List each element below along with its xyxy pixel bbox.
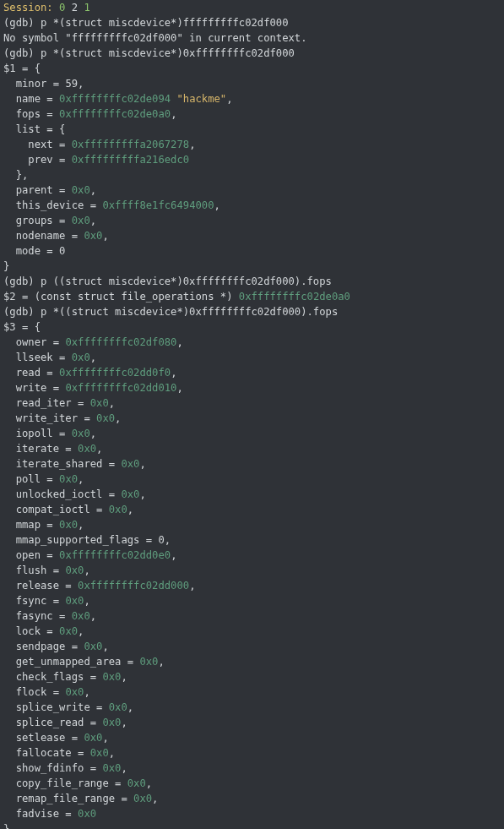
- output-value: 0x0: [84, 230, 102, 242]
- output-text: $3 = {: [3, 321, 41, 333]
- output-line: (gdb) p *(struct miscdevice*)fffffffffc0…: [3, 15, 501, 30]
- output-line: parent = 0x0,: [3, 183, 501, 198]
- output-tail: ,: [90, 215, 96, 226]
- output-value: 59: [65, 78, 78, 90]
- output-key: unlocked_ioctl =: [3, 488, 121, 500]
- output-line: fops = 0xffffffffc02de0a0,: [3, 106, 501, 122]
- output-key: fops =: [3, 108, 59, 120]
- output-line: check_flags = 0x0,: [3, 669, 501, 684]
- output-tail: ,: [109, 397, 115, 409]
- output-key: mode =: [3, 245, 59, 257]
- output-line: remap_file_range = 0x0,: [3, 791, 501, 806]
- output-text: $2 = (const struct file_operations *): [3, 291, 239, 303]
- output-address: 0xffffffffc02de094: [59, 93, 171, 105]
- output-tail: ,: [90, 610, 96, 622]
- session-label: Session:: [3, 2, 53, 14]
- output-value: 0x0: [133, 793, 152, 804]
- output-value: 0x0: [72, 352, 90, 363]
- output-key: sendpage =: [3, 641, 84, 652]
- output-tail: ,: [146, 777, 152, 789]
- output-line: }: [3, 821, 501, 829]
- output-tail: ,: [176, 382, 182, 394]
- output-line: nodename = 0x0,: [3, 228, 501, 243]
- output-key: check_flags =: [3, 671, 102, 683]
- output-value: 0xffffffffc02dd010: [65, 382, 176, 394]
- output-tail: ,: [176, 336, 182, 348]
- output-value: 0xffff8e1fc6494000: [102, 199, 214, 211]
- output-line: flock = 0x0,: [3, 684, 501, 700]
- output-value: 0x0: [102, 717, 121, 728]
- output-tail: ,: [90, 428, 96, 439]
- output-value: 0x0: [59, 519, 78, 531]
- output-key: minor =: [3, 78, 65, 90]
- output-line: sendpage = 0x0,: [3, 639, 501, 654]
- output-line: mmap_supported_flags = 0,: [3, 532, 501, 548]
- output-tail: ,: [127, 504, 133, 515]
- output-line: $2 = (const struct file_operations *) 0x…: [3, 289, 501, 304]
- output-line: }: [3, 259, 501, 274]
- output-line: copy_file_range = 0x0,: [3, 776, 501, 791]
- output-line: prev = 0xfffffffffa216edc0: [3, 152, 501, 167]
- output-tail: ,: [127, 701, 133, 713]
- output-value: 0x0: [65, 564, 84, 576]
- output-line: fadvise = 0x0: [3, 806, 501, 821]
- output-tail: ,: [139, 458, 145, 470]
- output-key: iterate_shared =: [3, 458, 121, 470]
- output-line: splice_read = 0x0,: [3, 715, 501, 730]
- output-tail: ,: [139, 488, 145, 500]
- output-text: (gdb) p ((struct miscdevice*)0xffffffffc…: [3, 275, 332, 287]
- output-line: (gdb) p ((struct miscdevice*)0xffffffffc…: [3, 274, 501, 289]
- output-value: 0x0: [59, 473, 78, 485]
- output-line: open = 0xffffffffc02dd0e0,: [3, 548, 501, 563]
- output-value: 0x0: [65, 686, 84, 698]
- output-value: 0xffffffffc02dd000: [78, 580, 189, 592]
- output-key: next =: [3, 139, 72, 150]
- output-line: read = 0xffffffffc02dd0f0,: [3, 365, 501, 380]
- output-lines: (gdb) p *(struct miscdevice*)fffffffffc0…: [3, 15, 501, 829]
- output-value: 0x0: [78, 443, 96, 455]
- output-key: prev =: [3, 154, 72, 166]
- output-text: No symbol "fffffffffc02df000" in current…: [3, 32, 307, 44]
- output-value: 0x0: [72, 610, 90, 622]
- output-text: list = {: [3, 123, 65, 135]
- output-line: this_device = 0xffff8e1fc6494000,: [3, 198, 501, 213]
- output-key: get_unmapped_area =: [3, 656, 139, 668]
- output-string: "hackme": [176, 93, 226, 105]
- output-tail: ,: [171, 549, 176, 561]
- output-line: list = {: [3, 122, 501, 137]
- output-line: flush = 0x0,: [3, 563, 501, 578]
- output-value: 0x0: [121, 458, 139, 470]
- output-key: mmap_supported_flags =: [3, 534, 158, 546]
- output-value: 0x0: [121, 488, 139, 500]
- output-tail: ,: [171, 367, 176, 379]
- output-tail: ,: [121, 717, 127, 728]
- output-key: remap_file_range =: [3, 793, 133, 804]
- output-line: fallocate = 0x0,: [3, 745, 501, 761]
- output-line: mmap = 0x0,: [3, 517, 501, 532]
- output-value: 0xffffffffc02dd0f0: [59, 367, 171, 379]
- output-tail: ,: [102, 732, 108, 744]
- output-key: flush =: [3, 564, 65, 576]
- output-key: groups =: [3, 215, 72, 226]
- output-text: (gdb) p *(struct miscdevice*)fffffffffc0…: [3, 17, 289, 29]
- terminal-output[interactable]: Session: 0 2 1(gdb) p *(struct miscdevic…: [0, 0, 504, 829]
- session-val-1: 2: [72, 2, 78, 14]
- output-text: $1 = {: [3, 63, 41, 74]
- output-key: name =: [3, 93, 59, 105]
- output-line: write = 0xffffffffc02dd010,: [3, 380, 501, 395]
- output-key: iopoll =: [3, 428, 72, 439]
- output-key: llseek =: [3, 352, 72, 363]
- output-text: (gdb) p *(struct miscdevice*)0xffffffffc…: [3, 47, 295, 59]
- output-key: fasync =: [3, 610, 72, 622]
- output-value: 0xffffffffc02de0a0: [59, 108, 171, 120]
- output-value: 0x0: [139, 656, 158, 668]
- output-line: setlease = 0x0,: [3, 730, 501, 745]
- output-tail: ,: [165, 534, 171, 546]
- output-key: fadvise =: [3, 808, 78, 820]
- output-value: 0x0: [59, 625, 78, 637]
- output-value: 0x0: [72, 215, 90, 226]
- output-key: copy_file_range =: [3, 777, 127, 789]
- output-value: 0xffffffffc02dd0e0: [59, 549, 171, 561]
- output-tail: ,: [90, 352, 96, 363]
- output-key: write =: [3, 382, 65, 394]
